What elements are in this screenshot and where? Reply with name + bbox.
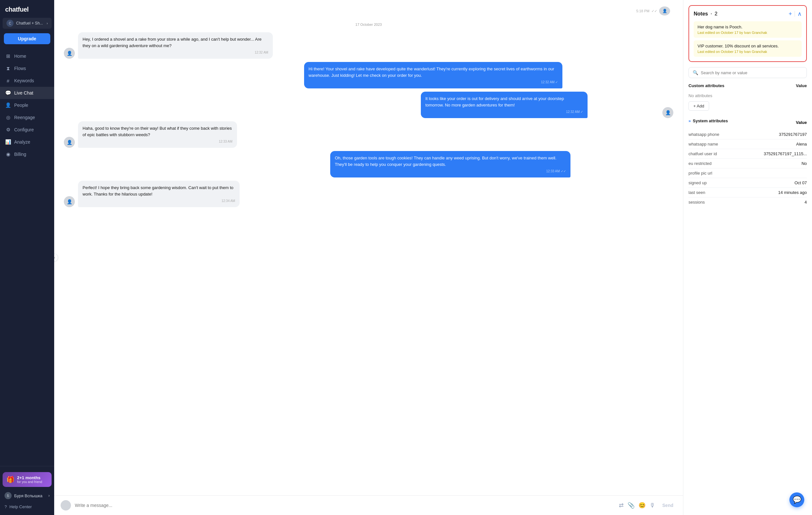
sidebar-bottom: 🎁 2+1 months for you and friend Б Буря В…: [0, 466, 54, 515]
microphone-icon[interactable]: 🎙: [649, 502, 655, 509]
message-text: Oh, those garden tools are tough cookies…: [335, 156, 556, 167]
sidebar: chatfuel C Chatfuel + Sh... › Upgrade ⊞ …: [0, 0, 54, 515]
attr-label: profile pic url: [689, 171, 712, 175]
sidebar-item-billing[interactable]: ◉ Billing: [0, 148, 54, 160]
top-time-text: 5:18 PM: [636, 9, 649, 13]
custom-attributes-section: Custom attributes Value No attributes + …: [689, 83, 807, 111]
sidebar-item-configure-label: Configure: [14, 127, 34, 132]
account-icon: C: [6, 20, 13, 27]
attr-label: signed up: [689, 180, 706, 185]
note-card: Her dog name is Pooch. Last edited on Oc…: [694, 21, 802, 38]
notes-count: ·: [710, 11, 712, 17]
sidebar-item-people[interactable]: 👤 People: [0, 99, 54, 111]
expand-icon[interactable]: »: [689, 118, 691, 123]
sidebar-item-keywords[interactable]: # Keywords: [0, 75, 54, 87]
app-logo: chatfuel: [0, 0, 54, 17]
sidebar-item-billing-label: Billing: [14, 152, 26, 157]
promo-card[interactable]: 🎁 2+1 months for you and friend: [3, 472, 52, 487]
add-attribute-button[interactable]: + Add: [689, 101, 709, 111]
sys-attr-row-sessions: sessions 4: [689, 197, 807, 207]
attr-value: Oct 07: [794, 180, 807, 185]
double-check-icon: ✓✓: [651, 9, 657, 13]
message-text: Hi there! Your shovel and rake have deve…: [309, 66, 554, 78]
no-attributes-row: No attributes: [689, 92, 807, 99]
message-bubble: Haha, good to know they're on their way!…: [78, 121, 237, 148]
sidebar-item-keywords-label: Keywords: [14, 78, 34, 83]
message-bubble: Hi there! Your shovel and rake have deve…: [304, 62, 563, 88]
promo-subtitle: for you and friend: [17, 480, 42, 484]
attr-value: 4: [805, 200, 807, 205]
input-avatar: [61, 500, 71, 511]
attr-value: Alena: [796, 142, 807, 146]
top-message-time: 5:18 PM ✓✓ 👤: [64, 6, 673, 16]
attribute-search-input[interactable]: [701, 70, 803, 75]
custom-attributes-label: Custom attributes: [689, 83, 724, 88]
message-block: It looks like your order is out for deli…: [421, 92, 659, 118]
date-divider: 17 October 2023: [64, 23, 673, 26]
message-input[interactable]: [75, 503, 615, 508]
attr-value: 375291767197: [779, 132, 807, 137]
sidebar-item-home-label: Home: [14, 54, 26, 59]
message-time: 12:32 AM ✓: [309, 80, 558, 85]
help-label: Help Center: [9, 504, 32, 509]
note-meta: Last edited on October 17 by Ivan Granch…: [698, 31, 798, 34]
chat-widget-icon: 💬: [793, 496, 801, 504]
message-block: Hi there! Your shovel and rake have deve…: [304, 62, 673, 88]
user-row[interactable]: Б Буря Вспышка ›: [0, 489, 54, 502]
chat-messages: 5:18 PM ✓✓ 👤 17 October 2023 👤 Hey, I or…: [54, 0, 683, 495]
sidebar-nav: ⊞ Home ⧗ Flows # Keywords 💬 Live Chat 👤 …: [0, 48, 54, 466]
send-button[interactable]: Send: [659, 501, 676, 510]
avatar: 👤: [64, 196, 75, 207]
message-row: Hi there! Your shovel and rake have deve…: [64, 62, 673, 88]
notes-actions: + ∧: [788, 10, 802, 18]
chevron-right-icon: ›: [47, 22, 48, 25]
message-row: Oh, those garden tools are tough cookies…: [64, 151, 673, 178]
sidebar-item-reengage-label: Reengage: [14, 115, 35, 120]
attr-value: 14 minutes ago: [778, 190, 807, 195]
message-bubble: Perfect! I hope they bring back some gar…: [78, 181, 240, 207]
message-text: Haha, good to know they're on their way!…: [83, 126, 232, 137]
notes-title: Notes · 2: [694, 11, 718, 17]
sidebar-item-configure[interactable]: ⚙ Configure: [0, 124, 54, 136]
top-avatar: 👤: [659, 6, 670, 16]
message-text: Hey, I ordered a shovel and a rake from …: [83, 37, 262, 48]
notes-number: 2: [715, 11, 718, 17]
sidebar-item-flows[interactable]: ⧗ Flows: [0, 62, 54, 75]
right-panel: Notes · 2 + ∧ Her dog name is Pooch. Las…: [683, 0, 812, 515]
chat-widget-button[interactable]: 💬: [789, 492, 804, 507]
sidebar-item-reengage[interactable]: ◎ Reengage: [0, 111, 54, 124]
message-block: Haha, good to know they're on their way!…: [78, 121, 305, 148]
sidebar-item-analyze-label: Analyze: [14, 139, 30, 144]
sidebar-item-live-chat-label: Live Chat: [14, 90, 33, 96]
custom-attributes-value-label: Value: [796, 83, 807, 88]
upgrade-button[interactable]: Upgrade: [4, 33, 50, 44]
attachment-icon[interactable]: 📎: [628, 502, 635, 509]
message-bubble: Hey, I ordered a shovel and a rake from …: [78, 32, 273, 59]
sys-attr-row-chatfuel-user-id: chatfuel user id 375291767197_1115...: [689, 149, 807, 159]
sidebar-item-analyze[interactable]: 📊 Analyze: [0, 136, 54, 148]
sidebar-item-live-chat[interactable]: 💬 Live Chat: [0, 87, 54, 99]
sidebar-item-home[interactable]: ⊞ Home: [0, 50, 54, 62]
account-name: Chatfuel + Sh...: [16, 21, 43, 26]
attr-label: eu restricted: [689, 161, 712, 166]
notes-label: Notes: [694, 11, 708, 17]
help-center-row[interactable]: ? Help Center: [0, 502, 54, 512]
sys-attr-row-whatsapp-phone: whatsapp phone 375291767197: [689, 130, 807, 139]
sidebar-item-people-label: People: [14, 103, 28, 108]
attr-value: No: [801, 161, 807, 166]
live-chat-icon: 💬: [5, 90, 11, 96]
avatar: 👤: [662, 107, 673, 118]
add-note-icon[interactable]: +: [788, 11, 792, 18]
collapse-notes-icon[interactable]: ∧: [798, 10, 802, 18]
notes-divider: [794, 11, 795, 17]
share-icon[interactable]: ⇄: [619, 502, 624, 509]
promo-icon: 🎁: [6, 476, 14, 483]
custom-attributes-header: Custom attributes Value: [689, 83, 807, 89]
home-icon: ⊞: [5, 53, 11, 59]
message-row: 👤 Perfect! I hope they bring back some g…: [64, 181, 673, 207]
account-switcher[interactable]: C Chatfuel + Sh... ›: [3, 18, 52, 29]
avatar: 👤: [64, 48, 75, 59]
keywords-icon: #: [5, 78, 11, 84]
emoji-icon[interactable]: 😊: [639, 502, 646, 509]
reengage-icon: ◎: [5, 114, 11, 120]
